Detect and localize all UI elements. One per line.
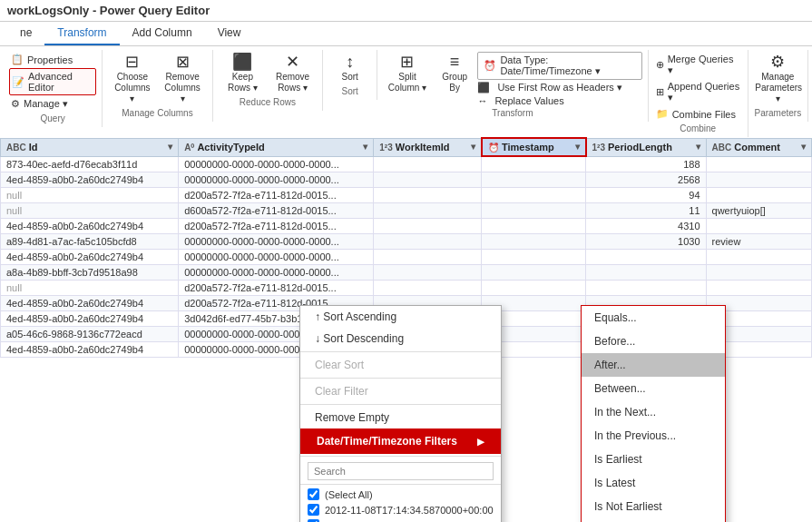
ctx-remove-empty[interactable]: Remove Empty — [300, 407, 501, 428]
cell: 873-40ec-aefd-d76ecab3f11d — [1, 156, 179, 172]
cell — [374, 264, 482, 280]
split-column-btn[interactable]: ⊞ Split Column ▾ — [383, 52, 432, 95]
ctx-clear-filter: Clear Filter — [300, 380, 501, 402]
choose-columns-btn[interactable]: ⊟ Choose Columns ▾ — [108, 52, 156, 106]
sub-equals[interactable]: Equals... — [582, 306, 725, 330]
table-row: null d200a572-7f2a-e711-812d-0015... 94 — [1, 187, 812, 202]
table-header-row: ABCId ▾ A⁰ActivityTypeId ▾ 1²3WorkItemId… — [1, 138, 812, 156]
cell: 4ed-4859-a0b0-2a60dc2749b4 — [1, 295, 179, 310]
tab-ne[interactable]: ne — [7, 22, 44, 45]
ctx-sort-desc[interactable]: ↓ Sort Descending — [300, 328, 501, 350]
cell — [482, 202, 586, 218]
cell — [374, 187, 482, 202]
col-id[interactable]: ABCId ▾ — [1, 138, 179, 156]
manage-cols-btns: ⊟ Choose Columns ▾ ⊠ Remove Columns ▾ — [108, 52, 206, 106]
remove-rows-icon: ✕ — [286, 54, 299, 70]
params-btns: ⚙ Manage Parameters ▾ — [751, 52, 804, 106]
ctx-cb-2[interactable]: 2013-09-10T16:04:43.4600000+00:00 — [308, 517, 494, 522]
sub-is-earliest[interactable]: Is Earliest — [582, 448, 725, 471]
properties-btn[interactable]: 📋 Properties — [9, 52, 74, 67]
col-timestamp[interactable]: ⏰Timestamp ▾ — [482, 138, 586, 156]
sub-between[interactable]: Between... — [582, 377, 725, 400]
col-id-arrow[interactable]: ▾ — [168, 142, 172, 152]
sub-not-latest[interactable]: Is Not Latest — [582, 518, 725, 522]
title-text: workLogsOnly - Power Query Editor — [7, 4, 210, 17]
ctx-sep4 — [300, 456, 501, 457]
manage-btn[interactable]: ⚙ Manage ▾ — [9, 96, 70, 112]
col-comment[interactable]: ABCComment ▾ — [706, 138, 811, 156]
replace-values-btn[interactable]: ↔ Replace Values — [477, 95, 641, 106]
cell — [374, 202, 482, 218]
keep-rows-btn[interactable]: ⬛ Keep Rows ▾ — [219, 52, 267, 95]
manage-params-btn[interactable]: ⚙ Manage Parameters ▾ — [751, 52, 804, 106]
sub-in-prev[interactable]: In the Previous... — [582, 424, 725, 448]
ribbon-content: 📋 Properties 📝 Advanced Editor ⚙ Manage … — [0, 46, 812, 137]
sub-not-earliest[interactable]: Is Not Earliest — [582, 495, 725, 518]
sort-btn[interactable]: ↕ Sort — [334, 52, 367, 84]
ctx-sort-asc[interactable]: ↑ Sort Ascending — [300, 306, 501, 328]
col-activitytypeid[interactable]: A⁰ActivityTypeId ▾ — [179, 138, 374, 156]
col-workitemid-arrow[interactable]: ▾ — [471, 142, 475, 152]
use-first-row-btn[interactable]: ⬛ Use First Row as Headers ▾ — [477, 82, 641, 94]
sub-menu: Equals... Before... After... Between... … — [581, 305, 726, 522]
group-reduce-rows: ⬛ Keep Rows ▾ ✕ Remove Rows ▾ Reduce Row… — [213, 50, 323, 111]
table-row: 4ed-4859-a0b0-2a60dc2749b4 00000000-0000… — [1, 249, 812, 264]
ctx-search-area — [300, 458, 501, 485]
group-transform: ⊞ Split Column ▾ ≡ Group By ⏰ Data Type:… — [377, 50, 649, 122]
cell — [482, 218, 586, 233]
ctx-search-input[interactable] — [308, 462, 494, 480]
remove-columns-btn[interactable]: ⊠ Remove Columns ▾ — [158, 52, 206, 106]
col-workitemid[interactable]: 1²3WorkItemId ▾ — [374, 138, 482, 156]
col-periodlength-arrow[interactable]: ▾ — [696, 142, 700, 152]
col-timestamp-arrow[interactable]: ▾ — [575, 142, 580, 152]
tab-transform[interactable]: Transform — [44, 22, 119, 45]
sub-after[interactable]: After... — [582, 353, 725, 377]
table-row: 4ed-4859-a0b0-2a60dc2749b4 d200a572-7f2a… — [1, 218, 812, 233]
sub-in-next[interactable]: In the Next... — [582, 400, 725, 424]
ctx-sep1 — [300, 351, 501, 352]
combine-files-btn[interactable]: 📁 Combine Files — [654, 106, 738, 122]
transform-right: ⏰ Data Type: Date/Time/Timezone ▾ ⬛ Use … — [477, 52, 641, 106]
group-parameters: ⚙ Manage Parameters ▾ Parameters — [748, 50, 808, 122]
datatype-selector[interactable]: ⏰ Data Type: Date/Time/Timezone ▾ — [477, 52, 641, 80]
manage-icon: ⚙ — [11, 98, 20, 110]
remove-columns-icon: ⊠ — [176, 54, 190, 70]
cell — [706, 187, 811, 202]
cell — [482, 172, 586, 187]
sub-before[interactable]: Before... — [582, 330, 725, 353]
tab-add-column[interactable]: Add Column — [120, 22, 205, 45]
cell: 00000000-0000-0000-0000-0000... — [179, 156, 374, 172]
append-icon: ⊞ — [656, 86, 664, 98]
cell — [706, 280, 811, 295]
cell: 00000000-0000-0000-0000-0000... — [179, 172, 374, 187]
remove-rows-btn[interactable]: ✕ Remove Rows ▾ — [269, 52, 317, 95]
query-btns: 📋 Properties 📝 Advanced Editor ⚙ Manage … — [9, 52, 96, 112]
merge-queries-btn[interactable]: ⊕ Merge Queries ▾ — [654, 52, 742, 78]
cell: null — [1, 202, 179, 218]
append-queries-btn[interactable]: ⊞ Append Queries ▾ — [654, 79, 742, 105]
cb-select-all[interactable] — [308, 488, 319, 500]
cell: 1030 — [586, 233, 707, 249]
table-row: a89-4d81-a7ac-fa5c105bcfd8 00000000-0000… — [1, 233, 812, 249]
cell — [374, 280, 482, 295]
tab-view[interactable]: View — [205, 22, 254, 45]
sub-is-latest[interactable]: Is Latest — [582, 471, 725, 495]
ctx-cb-1[interactable]: 2012-11-08T17:14:34.5870000+00:00 — [308, 502, 494, 517]
ctx-cb-select-all[interactable]: (Select All) — [308, 487, 494, 502]
col-periodlength[interactable]: 1²3PeriodLength ▾ — [586, 138, 707, 156]
sort-btns: ↕ Sort — [334, 52, 367, 84]
merge-icon: ⊕ — [656, 59, 664, 71]
cell: d200a572-7f2a-e711-812d-0015... — [179, 218, 374, 233]
cell — [374, 218, 482, 233]
cell: 11 — [586, 202, 707, 218]
col-activitytypeid-arrow[interactable]: ▾ — [363, 142, 367, 152]
reduce-rows-title: Reduce Rows — [240, 97, 296, 107]
col-comment-arrow[interactable]: ▾ — [801, 142, 806, 152]
cell: 4ed-4859-a0b0-2a60dc2749b4 — [1, 172, 179, 187]
ctx-datetime-filters[interactable]: Date/Time/Timezone Filters ▶ — [300, 428, 501, 454]
advanced-editor-btn[interactable]: 📝 Advanced Editor — [9, 68, 96, 95]
cb-1[interactable] — [308, 504, 319, 516]
group-by-btn[interactable]: ≡ Group By — [434, 52, 476, 95]
cell — [482, 233, 586, 249]
cell: null — [1, 280, 179, 295]
